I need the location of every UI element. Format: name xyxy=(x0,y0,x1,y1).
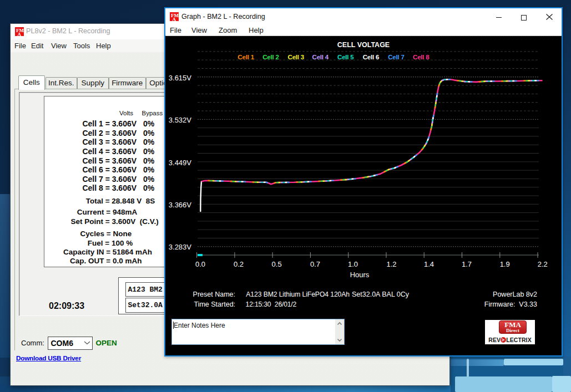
svg-text:A: A xyxy=(173,17,176,22)
svg-text:A: A xyxy=(18,32,22,37)
